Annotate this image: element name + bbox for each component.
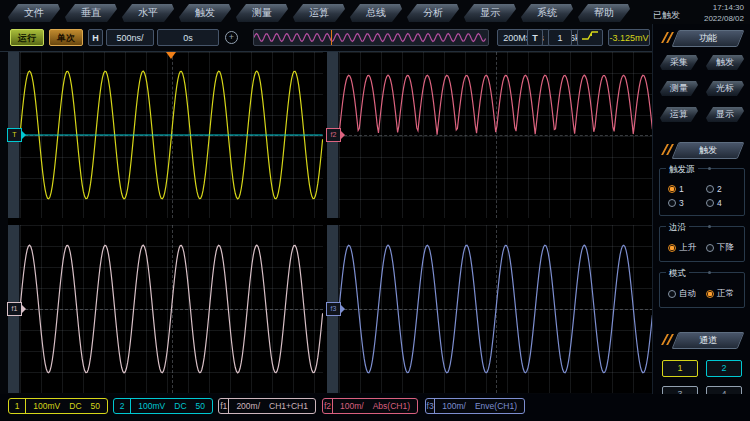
trigger-position-marker-icon[interactable]	[166, 52, 176, 59]
edge-falling-radio[interactable]: 下降	[706, 242, 736, 254]
source-2-label: 2	[717, 184, 722, 194]
preview-trigger-cursor-icon[interactable]	[331, 30, 332, 45]
function-section-header: 功能	[675, 30, 741, 46]
trigger-indicator: T	[527, 29, 543, 46]
trigger-section-header: 触发	[675, 142, 741, 158]
mode-auto-radio[interactable]: 自动	[668, 288, 698, 300]
menu-system[interactable]: 系统	[521, 4, 573, 22]
function-buttons: 采集 触发 测量 光标 运算 显示	[653, 55, 750, 122]
fn-trigger-button[interactable]: 触发	[706, 55, 744, 70]
mode-normal-radio[interactable]: 正常	[706, 288, 736, 300]
clock: 17:14:30 2022/08/02	[704, 2, 744, 24]
fn-measure-button[interactable]: 测量	[660, 81, 698, 96]
pane-ch1-grid	[20, 52, 323, 218]
f1-scale: 200m/	[236, 401, 260, 411]
menu-trigger[interactable]: 触发	[179, 4, 231, 22]
menu-display[interactable]: 显示	[464, 4, 516, 22]
trigger-source-group: 触发源 1 2 3 4	[659, 168, 745, 216]
f3-expression: Enve(CH1)	[475, 401, 517, 411]
magnifier-icon: +	[225, 31, 238, 44]
fn-display-button[interactable]: 显示	[706, 107, 744, 122]
channel-header-tab[interactable]: 通道	[672, 332, 745, 349]
ch1-waveform	[20, 52, 323, 218]
source-3-label: 3	[679, 198, 684, 208]
menu-measure[interactable]: 测量	[236, 4, 288, 22]
pane-f3: f3	[327, 225, 653, 393]
preview-waveform	[254, 31, 486, 44]
menu-analyze[interactable]: 分析	[407, 4, 459, 22]
fn-math-button[interactable]: 运算	[660, 107, 698, 122]
section-slashes-icon	[663, 334, 673, 345]
source-3-radio[interactable]: 3	[668, 198, 698, 208]
radio-icon	[668, 290, 676, 298]
f3-status-id: f3	[426, 399, 435, 413]
f1-status-id: f1	[219, 399, 229, 413]
channel-2-button[interactable]: 2	[706, 360, 742, 377]
radio-icon	[668, 244, 676, 252]
source-4-radio[interactable]: 4	[706, 198, 736, 208]
menu-math[interactable]: 运算	[293, 4, 345, 22]
run-button[interactable]: 运行	[10, 29, 44, 46]
f2-status-box[interactable]: f2 100m/ Abs(CH1)	[322, 398, 418, 414]
source-1-label: 1	[679, 184, 684, 194]
radio-icon	[706, 199, 714, 207]
ch2-status-box[interactable]: 2 100mV DC 50	[113, 398, 213, 414]
zoom-button[interactable]: +	[223, 29, 240, 46]
edge-falling-label: 下降	[717, 242, 734, 254]
function-header-tab[interactable]: 功能	[672, 30, 745, 47]
radio-icon	[706, 185, 714, 193]
fn-acquire-button[interactable]: 采集	[660, 55, 698, 70]
menu-horizontal[interactable]: 水平	[122, 4, 174, 22]
pane-f1-grid	[20, 225, 323, 393]
trigger-source-label: 触发源	[666, 164, 698, 176]
pane-f1: f1	[8, 225, 323, 393]
radio-icon	[668, 185, 676, 193]
trigger-header-label: 触发	[699, 143, 717, 158]
f3-status-box[interactable]: f3 100m/ Enve(CH1)	[425, 398, 525, 414]
trigger-source-readout[interactable]: 1	[548, 29, 572, 46]
section-dot	[708, 167, 711, 170]
ch2-impedance: 50	[196, 401, 205, 411]
trigger-level-readout[interactable]: -3.125mV	[608, 29, 650, 46]
f1-status-box[interactable]: f1 200m/ CH1+CH1	[218, 398, 316, 414]
section-slashes-icon	[663, 144, 673, 155]
edge-rising-radio[interactable]: 上升	[668, 242, 698, 254]
rising-edge-icon	[581, 30, 599, 41]
pane-f3-grid	[339, 225, 653, 393]
pane-ch1: T	[8, 52, 323, 218]
f2-scale: 100m/	[340, 401, 364, 411]
ch1-status-box[interactable]: 1 100mV DC 50	[8, 398, 108, 414]
menu-vertical[interactable]: 垂直	[65, 4, 117, 22]
menu-help[interactable]: 帮助	[578, 4, 630, 22]
source-2-radio[interactable]: 2	[706, 184, 736, 194]
menu-file[interactable]: 文件	[8, 4, 60, 22]
horizontal-offset-readout[interactable]: 0s	[157, 29, 219, 46]
trigger-level-marker[interactable]: T	[7, 128, 22, 142]
fn-cursor-button[interactable]: 光标	[706, 81, 744, 96]
f2-position-marker[interactable]: f2	[326, 128, 341, 142]
radio-icon	[706, 290, 714, 298]
ch2-coupling: DC	[174, 401, 186, 411]
f2-waveform	[339, 52, 653, 218]
trigger-header-tab[interactable]: 触发	[672, 142, 745, 159]
channel-1-button[interactable]: 1	[662, 360, 698, 377]
pane-f2-grid	[339, 52, 653, 218]
mode-label: 模式	[666, 268, 689, 280]
section-dot	[708, 271, 711, 274]
menu-bus[interactable]: 总线	[350, 4, 402, 22]
timebase-readout[interactable]: 500ns/	[106, 29, 154, 46]
f2-expression: Abs(CH1)	[373, 401, 410, 411]
ch2-scale: 100mV	[138, 401, 165, 411]
source-1-radio[interactable]: 1	[668, 184, 698, 194]
scope-display: T f2 f1	[8, 52, 653, 393]
f1-position-marker[interactable]: f1	[7, 302, 22, 316]
trigger-slope-button[interactable]	[577, 29, 603, 46]
single-button[interactable]: 单次	[49, 29, 83, 46]
mode-auto-label: 自动	[679, 288, 696, 300]
channel-header-label: 通道	[699, 333, 717, 348]
f3-position-marker[interactable]: f3	[326, 302, 341, 316]
edge-label: 边沿	[666, 222, 689, 234]
waveform-preview-bar[interactable]	[253, 29, 489, 46]
ch2-status-id: 2	[114, 399, 131, 413]
date-text: 2022/08/02	[704, 13, 744, 24]
